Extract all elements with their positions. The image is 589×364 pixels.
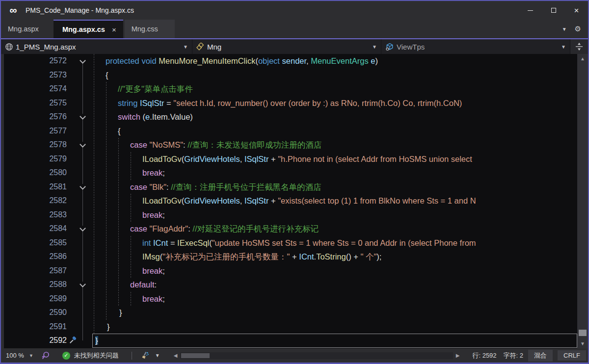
gutter-row[interactable]: 2591 — [4, 320, 92, 334]
fold-collapse-chevron-icon[interactable] — [80, 58, 85, 64]
line-number[interactable]: 2588 — [4, 278, 67, 292]
gutter-row[interactable]: 2590 — [4, 306, 92, 320]
code-line[interactable]: default: — [92, 278, 577, 292]
code-line[interactable]: int ICnt = IExecSql("update HoSMS set St… — [92, 236, 577, 250]
line-number[interactable]: 2576 — [4, 110, 67, 124]
line-number[interactable]: 2590 — [4, 306, 67, 320]
line-number[interactable]: 2591 — [4, 320, 67, 334]
code-line-current[interactable]: } — [92, 334, 577, 348]
code-line[interactable]: break; — [92, 264, 577, 278]
tab-mng-aspx[interactable]: Mng.aspx — [2, 20, 54, 38]
line-number[interactable]: 2584 — [4, 222, 67, 236]
zoom-dropdown[interactable]: 100 % ▼ — [1, 352, 36, 359]
line-number[interactable]: 2583 — [4, 208, 67, 222]
vertical-scrollbar[interactable]: ▲ ▼ — [577, 54, 588, 348]
line-number[interactable]: 2579 — [4, 152, 67, 166]
fold-collapse-chevron-icon[interactable] — [80, 226, 85, 232]
line-number[interactable]: 2582 — [4, 194, 67, 208]
tab-list-dropdown-icon[interactable]: ▼ — [562, 26, 567, 32]
member-dropdown[interactable]: ViewTps ▼ — [381, 39, 570, 54]
gutter-row[interactable]: 2583 — [4, 208, 92, 222]
tab-close-icon[interactable]: × — [112, 26, 116, 34]
code-line[interactable]: break; — [92, 292, 577, 306]
horizontal-scrollbar-track[interactable] — [180, 352, 453, 359]
gutter-row[interactable]: 2589 — [4, 292, 92, 306]
line-number[interactable]: 2574 — [4, 82, 67, 96]
line-number[interactable]: 2586 — [4, 250, 67, 264]
code-editor[interactable]: 2572257325742575257625772578257925802581… — [1, 54, 588, 348]
tab-mng-aspx-cs[interactable]: Mng.aspx.cs × — [54, 20, 123, 38]
gutter-row[interactable]: 2592 — [4, 334, 92, 348]
gutter-row[interactable]: 2575 — [4, 96, 92, 110]
line-number[interactable]: 2573 — [4, 68, 67, 82]
health-indicator-icon[interactable] — [41, 351, 50, 360]
code-line[interactable]: case "Blk": //查询：注册手机号位于拦截黑名单的酒店 — [92, 180, 577, 194]
code-line[interactable]: } — [92, 306, 577, 320]
code-line[interactable]: break; — [92, 166, 577, 180]
code-line[interactable]: IMsg("补充标记为已注册的手机号数量：" + ICnt.ToString()… — [92, 250, 577, 264]
code-line[interactable]: ILoadToGv(GridViewHotels, ISqlStr + "h.P… — [92, 152, 577, 166]
gutter-row[interactable]: 2573 — [4, 68, 92, 82]
type-dropdown[interactable]: Mng ▼ — [192, 39, 381, 54]
quick-actions-screwdriver-icon[interactable] — [69, 336, 77, 346]
gutter-row[interactable]: 2572 — [4, 54, 92, 68]
gutter-row[interactable]: 2577 — [4, 124, 92, 138]
code-line[interactable]: break; — [92, 208, 577, 222]
line-number[interactable]: 2578 — [4, 138, 67, 152]
gutter-row[interactable]: 2574 — [4, 82, 92, 96]
maximize-button[interactable] — [542, 1, 565, 20]
vertical-scrollbar-thumb[interactable] — [579, 330, 587, 336]
gutter-row[interactable]: 2582 — [4, 194, 92, 208]
line-number[interactable]: 2575 — [4, 96, 67, 110]
code-line[interactable]: } — [92, 320, 577, 334]
gutter-row[interactable]: 2578 — [4, 138, 92, 152]
scroll-up-icon[interactable]: ▲ — [577, 56, 588, 61]
line-number[interactable]: 2581 — [4, 180, 67, 194]
gutter-row[interactable]: 2584 — [4, 222, 92, 236]
encoding-indicator[interactable]: 混合 — [528, 350, 553, 362]
scroll-left-icon[interactable]: ◀ — [171, 353, 181, 358]
fold-collapse-chevron-icon[interactable] — [80, 184, 85, 190]
code-line[interactable]: //"更多"菜单点击事件 — [92, 82, 577, 96]
chevron-down-icon[interactable]: ▼ — [155, 353, 160, 358]
gutter-row[interactable]: 2586 — [4, 250, 92, 264]
line-number[interactable]: 2580 — [4, 166, 67, 180]
code-line[interactable]: { — [92, 124, 577, 138]
gutter-row[interactable]: 2585 — [4, 236, 92, 250]
fold-collapse-chevron-icon[interactable] — [80, 282, 85, 287]
gutter-row[interactable]: 2576 — [4, 110, 92, 124]
fold-collapse-chevron-icon[interactable] — [80, 114, 85, 120]
code-line[interactable]: switch (e.Item.Value) — [92, 110, 577, 124]
line-number[interactable]: 2592 — [4, 334, 67, 348]
code-pane[interactable]: protected void MenuMore_MenuItemClick(ob… — [92, 54, 577, 348]
scroll-down-icon[interactable]: ▼ — [577, 341, 588, 346]
split-editor-button[interactable] — [570, 39, 588, 54]
line-number[interactable]: 2587 — [4, 264, 67, 278]
code-line[interactable]: case "NoSMS": //查询：未发送短信即成功注册的酒店 — [92, 138, 577, 152]
tab-mng-css[interactable]: Mng.css — [125, 20, 175, 38]
gear-icon[interactable]: ⚙ — [575, 25, 581, 33]
code-line[interactable]: ILoadToGv(GridViewHotels, ISqlStr + "exi… — [92, 194, 577, 208]
gutter-row[interactable]: 2580 — [4, 166, 92, 180]
line-number[interactable]: 2585 — [4, 236, 67, 250]
close-button[interactable]: × — [565, 1, 588, 20]
problems-status-text[interactable]: 未找到相关问题 — [74, 351, 119, 360]
code-line[interactable]: case "FlagAddr": //对延迟登记的手机号进行补充标记 — [92, 222, 577, 236]
gutter-row[interactable]: 2581 — [4, 180, 92, 194]
code-line[interactable]: protected void MenuMore_MenuItemClick(ob… — [92, 54, 577, 68]
gutter-row[interactable]: 2588 — [4, 278, 92, 292]
minimize-button[interactable] — [519, 1, 542, 20]
code-line[interactable]: string ISqlStr = "select h.Id, row_numbe… — [92, 96, 577, 110]
code-cleanup-button[interactable]: ▼ — [141, 351, 160, 360]
line-ending-indicator[interactable]: CRLF — [558, 350, 586, 361]
code-line[interactable]: { — [92, 68, 577, 82]
line-number[interactable]: 2572 — [4, 54, 67, 68]
line-number[interactable]: 2589 — [4, 292, 67, 306]
scroll-right-icon[interactable]: ▶ — [453, 353, 463, 358]
horizontal-scrollbar[interactable]: ◀ ▶ — [171, 352, 463, 359]
line-number[interactable]: 2577 — [4, 124, 67, 138]
gutter-row[interactable]: 2579 — [4, 152, 92, 166]
project-dropdown[interactable]: 1_PMS_Mng.aspx ▼ — [1, 39, 192, 54]
fold-collapse-chevron-icon[interactable] — [80, 142, 85, 148]
horizontal-scrollbar-thumb[interactable] — [181, 353, 210, 358]
